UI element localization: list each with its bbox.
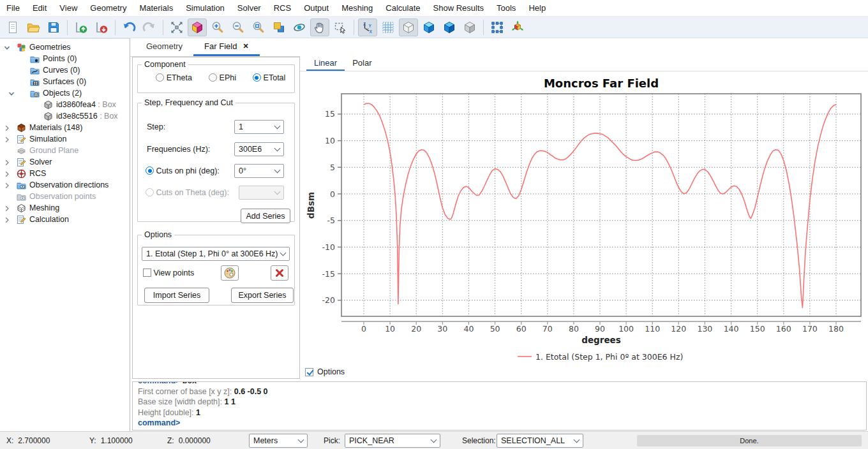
pick-mode-dropdown[interactable]: PICK_NEAR [345,434,440,448]
svg-text:50: 50 [490,324,500,334]
palette-icon [223,267,236,279]
menu-geometry[interactable]: Geometry [84,0,133,17]
redo-button[interactable] [140,18,159,36]
tree-item-id3860fea4[interactable]: id3860fea4 : Box [0,99,130,111]
shaded-cube-2-button[interactable] [440,18,459,36]
view-points-checkbox[interactable]: View points [143,269,194,277]
toolbar-separator [163,20,163,35]
import-series-button[interactable]: Import Series [144,288,209,303]
radio-etheta[interactable]: ETheta [156,73,192,82]
menu-file[interactable]: File [0,0,26,17]
menu-rcs[interactable]: RCS [267,0,297,17]
layers-button[interactable] [269,18,288,36]
tree-item-meshing[interactable]: Meshing [0,203,130,214]
menu-view[interactable]: View [53,0,84,17]
fit-view-button[interactable] [167,18,186,36]
tree-item-solver[interactable]: Solver [0,157,130,168]
export-series-button[interactable]: Export Series [231,288,294,303]
add-series-button[interactable]: Add Series [241,209,290,223]
export-model-button[interactable] [92,18,111,36]
menu-simulation[interactable]: Simulation [179,0,231,17]
tree-item-rcs[interactable]: RCS [0,168,130,180]
hidden-cube-icon [463,20,477,34]
sheet-icon [17,215,26,226]
series-selector-dropdown[interactable]: 1. Etotal (Step 1, Phi 0° at 300E6 Hz) [142,247,290,261]
radio-etotal[interactable]: ETotal [253,73,285,82]
command-console[interactable]: command> box First corner of base [x y z… [132,381,867,431]
chart-tab-bar: Linear Polar [300,56,868,71]
chevron-down-icon [274,122,281,129]
tab-geometry[interactable]: Geometry [135,38,193,56]
menu-show-results[interactable]: Show Results [427,0,490,17]
menu-calculate[interactable]: Calculate [379,0,426,17]
materials-icon [17,123,26,135]
tab-linear[interactable]: Linear [306,56,345,71]
frequencies-dropdown[interactable]: 300E6 [234,142,284,156]
radio-ephi[interactable]: EPhi [209,73,236,82]
tree-item-observation-points[interactable]: Observation points [0,191,130,203]
tree-item-observation-directions[interactable]: Observation directions [0,180,130,191]
delete-series-button[interactable] [271,265,288,281]
tree-item-curves-0[interactable]: Curves (0) [0,65,130,77]
cuts-phi-dropdown[interactable]: 0° [234,164,284,178]
menu-materials[interactable]: Materials [133,0,179,17]
save-floppy-button[interactable] [44,18,63,36]
chart-options-toggle[interactable]: Options [305,367,345,376]
wireframe-cube-button[interactable] [399,18,418,36]
zoom-in-button[interactable] [208,18,227,36]
tree-item-calculation[interactable]: Calculation [0,214,130,226]
tree-item-geometries[interactable]: Geometries [0,42,130,54]
tree-item-ground-plane[interactable]: Ground Plane [0,145,130,157]
shaded-cube-icon [422,20,436,34]
svg-text:degrees: degrees [581,335,621,345]
undo-button[interactable] [119,18,138,36]
menu-help[interactable]: Help [522,0,552,17]
chevron-down-icon [280,249,287,256]
view-cube-button[interactable] [188,18,207,36]
step-dropdown[interactable]: 1 [234,120,284,134]
step-label: Step: [147,122,165,131]
grid-view-button[interactable] [378,18,398,36]
tree-item-surfaces-0[interactable]: Surfaces (0) [0,77,130,88]
new-document-button[interactable] [3,18,22,36]
selection-mode-dropdown[interactable]: SELECTION_ALL [497,434,583,448]
cuts-phi-radio[interactable]: Cuts on phi (deg): [146,166,220,175]
orbit-button[interactable] [290,18,309,36]
selection-handles-button[interactable] [488,18,507,36]
tree-item-label: Curves (0) [43,66,80,75]
tab-close-icon[interactable]: ✕ [243,42,248,50]
toolbar: ZYX [0,17,868,38]
svg-text:0: 0 [330,189,335,199]
menu-output[interactable]: Output [297,0,335,17]
series-color-palette-button[interactable] [221,265,239,281]
axes-view-button[interactable]: ZYX [358,18,377,36]
open-folder-button[interactable] [24,18,43,36]
tree-item-points-0[interactable]: Points (0) [0,54,130,65]
tree-item-objects-2[interactable]: Objects (2) [0,88,130,99]
chevron-collapsed-icon [4,159,10,166]
hidden-cube-button[interactable] [460,18,479,36]
chevron-down-icon [298,436,304,443]
layers-icon [272,20,286,34]
zoom-out-button[interactable] [228,18,248,36]
select-area-button[interactable] [331,18,350,36]
menu-edit[interactable]: Edit [26,0,53,17]
tab-polar[interactable]: Polar [345,56,379,71]
tab-far-field[interactable]: Far Field ✕ [193,38,260,56]
progress-bar: Done. [637,435,862,446]
pan-hand-button[interactable] [310,18,329,36]
zoom-window-button[interactable] [249,18,268,36]
chevron-collapsed-icon [4,205,10,212]
svg-text:120: 120 [671,324,686,334]
console-prompt-line[interactable]: command> [138,418,861,429]
tree-item-materials-148[interactable]: Materials (148) [0,122,130,134]
menu-meshing[interactable]: Meshing [335,0,379,17]
tree-item-id3e8c5516[interactable]: id3e8c5516 : Box [0,111,130,122]
tree-item-simulation[interactable]: Simulation [0,134,130,145]
units-dropdown[interactable]: Meters [249,434,308,448]
import-model-button[interactable] [71,18,91,36]
axis-cube-button[interactable] [508,18,527,36]
menu-solver[interactable]: Solver [231,0,267,17]
shaded-cube-button[interactable] [419,18,438,36]
menu-tools[interactable]: Tools [490,0,522,17]
